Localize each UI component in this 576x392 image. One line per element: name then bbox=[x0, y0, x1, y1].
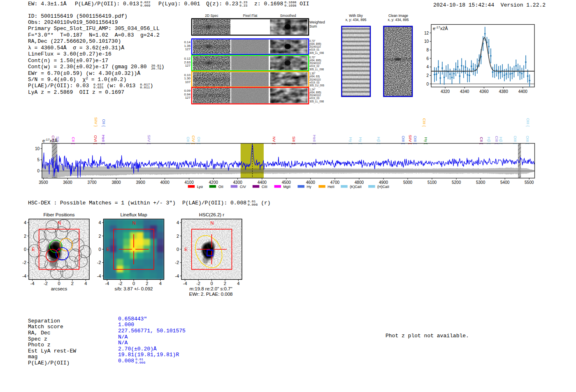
svg-text:5: 5 bbox=[37, 158, 39, 162]
svg-text:2: 2 bbox=[146, 281, 148, 286]
svg-text:4500: 4500 bbox=[282, 180, 291, 185]
svg-text:HSC(26.2) r: HSC(26.2) r bbox=[199, 212, 225, 217]
svg-text:4: 4 bbox=[98, 220, 101, 225]
svg-text:SiIV {: SiIV { bbox=[147, 135, 151, 144]
svg-text:Fiber Positions: Fiber Positions bbox=[43, 212, 74, 217]
svg-text:HeII {: HeII { bbox=[101, 135, 106, 144]
svg-text:(H)CaII: (H)CaII bbox=[377, 185, 389, 189]
svg-text:2: 2 bbox=[71, 281, 74, 286]
svg-text:0: 0 bbox=[210, 281, 213, 286]
svg-text:E: E bbox=[184, 247, 188, 252]
svg-text:4100: 4100 bbox=[184, 180, 194, 185]
svg-text:4800: 4800 bbox=[355, 180, 364, 185]
svg-text:N: N bbox=[210, 220, 214, 225]
svg-text:s/b: 3.87 +/- 0.092: s/b: 3.87 +/- 0.092 bbox=[114, 286, 153, 291]
svg-text:Lyα: Lyα bbox=[197, 185, 203, 189]
svg-text:(K)CaII: (K)CaII bbox=[350, 185, 362, 189]
svg-text:-4: -4 bbox=[97, 274, 101, 278]
svg-text:2: 2 bbox=[98, 234, 101, 239]
svg-text:3500: 3500 bbox=[39, 180, 48, 185]
svg-text:5500: 5500 bbox=[525, 180, 534, 185]
svg-text:CIV: CIV bbox=[240, 185, 246, 189]
svg-text:HeII: HeII bbox=[327, 185, 334, 189]
svg-text:2: 2 bbox=[224, 281, 226, 286]
svg-text:MgII: MgII bbox=[283, 185, 291, 189]
svg-text:3600: 3600 bbox=[63, 180, 72, 185]
svg-text:2: 2 bbox=[177, 234, 179, 239]
svg-text:3900: 3900 bbox=[136, 180, 145, 185]
svg-text:Hγ: Hγ bbox=[307, 185, 311, 189]
svg-text:5400: 5400 bbox=[500, 180, 510, 185]
svg-text:E: E bbox=[32, 247, 35, 252]
svg-text:CIV {: CIV { bbox=[191, 135, 196, 144]
svg-text:4000: 4000 bbox=[160, 180, 170, 185]
svg-text:4700: 4700 bbox=[330, 180, 340, 185]
svg-text:Lineflux Map: Lineflux Map bbox=[120, 212, 147, 217]
svg-text:5200: 5200 bbox=[452, 180, 461, 185]
svg-text:OVI {: OVI { bbox=[93, 135, 98, 144]
svg-text:-2: -2 bbox=[175, 260, 179, 265]
svg-text:0: 0 bbox=[132, 281, 135, 286]
svg-text:-2: -2 bbox=[44, 281, 48, 286]
svg-text:-4: -4 bbox=[175, 274, 179, 278]
svg-text:E: E bbox=[107, 247, 110, 252]
svg-text:-4: -4 bbox=[30, 281, 35, 286]
svg-text:3700: 3700 bbox=[87, 180, 97, 185]
svg-text:-2: -2 bbox=[118, 281, 123, 286]
svg-text:OII: OII bbox=[218, 185, 223, 189]
svg-text:4900: 4900 bbox=[379, 180, 388, 185]
svg-text:4: 4 bbox=[159, 281, 162, 286]
svg-text:4: 4 bbox=[177, 220, 179, 225]
svg-text:-4: -4 bbox=[105, 281, 109, 286]
svg-text:-4: -4 bbox=[22, 274, 26, 278]
svg-text:0: 0 bbox=[37, 169, 39, 173]
svg-text:CIII: CIII bbox=[262, 185, 267, 189]
svg-text:0: 0 bbox=[98, 247, 101, 252]
svg-text:5100: 5100 bbox=[427, 180, 437, 185]
svg-text:4300: 4300 bbox=[233, 180, 243, 185]
svg-text:OIII {: OIII { bbox=[526, 118, 530, 127]
svg-text:N: N bbox=[132, 220, 136, 225]
svg-text:0: 0 bbox=[24, 247, 26, 252]
svg-text:4: 4 bbox=[237, 281, 239, 286]
svg-text:SiIV {: SiIV { bbox=[408, 135, 413, 144]
svg-text:4400: 4400 bbox=[258, 180, 267, 185]
svg-text:5300: 5300 bbox=[476, 180, 485, 185]
svg-text:4600: 4600 bbox=[306, 180, 316, 185]
svg-text:4: 4 bbox=[84, 281, 87, 286]
svg-text:HeII {: HeII { bbox=[312, 135, 317, 144]
svg-text:arcsecs: arcsecs bbox=[51, 286, 67, 291]
svg-text:4200: 4200 bbox=[209, 180, 218, 185]
svg-text:-2: -2 bbox=[196, 281, 200, 286]
svg-text:OII {: OII { bbox=[102, 119, 106, 127]
svg-text:4: 4 bbox=[24, 220, 26, 225]
svg-text:3800: 3800 bbox=[111, 180, 121, 185]
svg-text:0: 0 bbox=[58, 281, 60, 286]
svg-text:2: 2 bbox=[24, 234, 26, 239]
svg-text:CIII {: CIII { bbox=[422, 118, 427, 127]
svg-text:N: N bbox=[58, 220, 61, 225]
svg-text:5000: 5000 bbox=[403, 180, 413, 185]
svg-text:-2: -2 bbox=[22, 260, 26, 265]
svg-text:m:19.8 re:2.0" s:0.7": m:19.8 re:2.0" s:0.7" bbox=[189, 286, 232, 291]
svg-text:EWr: 2. PLAE: 0.008: EWr: 2. PLAE: 0.008 bbox=[189, 292, 233, 297]
svg-text:-2: -2 bbox=[97, 260, 101, 265]
svg-text:e-17x2Å: e-17x2Å bbox=[42, 138, 58, 144]
svg-text:10: 10 bbox=[35, 146, 40, 151]
svg-text:0: 0 bbox=[177, 247, 179, 252]
svg-text:-4: -4 bbox=[183, 281, 187, 286]
svg-text:SiIV }: SiIV } bbox=[94, 117, 98, 127]
